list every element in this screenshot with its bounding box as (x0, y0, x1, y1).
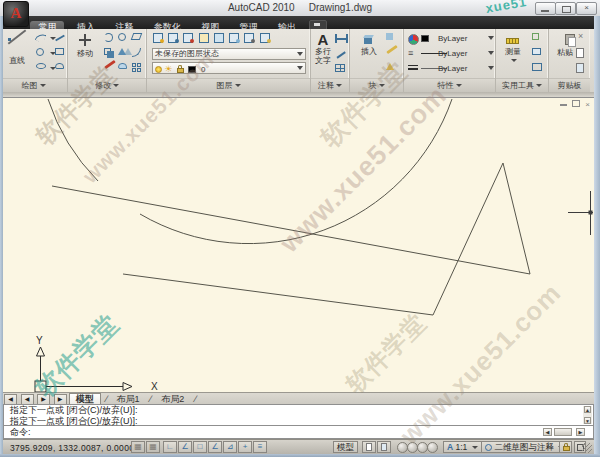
polyline-button[interactable] (55, 33, 66, 43)
edit-block-button[interactable] (386, 48, 397, 58)
ortho-toggle[interactable]: ∟ (163, 441, 177, 453)
rectangle-button[interactable] (55, 48, 66, 58)
application-menu-button[interactable]: A (3, 1, 29, 27)
line-button[interactable]: 直线 (2, 32, 32, 65)
toolbar-lock-button[interactable] (559, 441, 572, 453)
snap-toggle[interactable]: ▦ (131, 441, 145, 453)
layer-off-button[interactable] (243, 32, 255, 43)
autocad-window: AutoCAD 2010Drawing1.dwg × A 常用 插入 注释 参数… (0, 0, 600, 457)
hscroll-left-button[interactable]: ◀ (543, 428, 552, 436)
quick-calc-button[interactable] (532, 48, 543, 58)
doc-close-button[interactable]: × (585, 100, 590, 109)
showmotion-button[interactable] (427, 442, 438, 453)
dyn-toggle[interactable]: + (238, 441, 252, 453)
annotation-scale-button[interactable]: A 1:1 (443, 441, 482, 453)
scroll-down-button[interactable]: ▼ (584, 417, 591, 424)
panel-annotate-label[interactable]: 注释 (311, 78, 349, 92)
fillet-button[interactable] (132, 48, 143, 58)
layer-dropdown[interactable]: ☀ 0 (152, 62, 306, 74)
grid-toggle[interactable]: ▦ (146, 441, 160, 453)
quick-view-layouts-button[interactable] (362, 441, 376, 453)
tab-separator: / (103, 394, 109, 404)
layer-properties-button[interactable] (152, 32, 164, 43)
command-prompt[interactable]: 命令: (4, 426, 593, 438)
quick-view-drawings-button[interactable] (377, 441, 391, 453)
offset-button[interactable] (132, 33, 143, 43)
leader-button[interactable] (335, 49, 346, 59)
layer-prev-button[interactable] (182, 32, 194, 43)
window-frame-right[interactable] (594, 16, 600, 454)
lock-body-icon (563, 446, 570, 451)
ellipse-button[interactable] (36, 63, 47, 73)
ducs-toggle[interactable]: ⊿ (223, 441, 237, 453)
mirror-button[interactable] (118, 48, 129, 58)
doc-minimize-button[interactable] (560, 100, 567, 109)
lineweight-dropdown[interactable]: ByLayer (408, 63, 492, 74)
drawing-canvas[interactable]: Y X × (3, 97, 594, 393)
panel-properties-label[interactable]: 特性 (404, 78, 495, 92)
minimize-button[interactable] (535, 2, 556, 15)
hscroll-right-button[interactable]: ▶ (576, 428, 585, 436)
circle-button[interactable] (36, 48, 47, 58)
layer-freeze-button[interactable] (228, 32, 240, 43)
table-button[interactable] (335, 64, 346, 74)
block-attributes-button[interactable] (386, 63, 397, 73)
command-input-row[interactable]: 命令: ◀ ▶ (3, 426, 594, 439)
layer-isolate-button[interactable] (198, 32, 210, 43)
drawing-entity[interactable] (48, 99, 98, 181)
object-color-dropdown[interactable]: ByLayer (408, 33, 492, 44)
hscroll-thumb[interactable] (554, 428, 572, 436)
panel-clipboard-label[interactable]: 剪贴板 (549, 78, 590, 92)
arc-button[interactable] (36, 33, 47, 43)
osnap-toggle[interactable]: □ (193, 441, 207, 453)
rotate-button[interactable] (104, 33, 115, 43)
copy-button[interactable] (104, 48, 115, 58)
quick-select-button[interactable] (532, 33, 543, 43)
layer-state-dropdown[interactable]: 未保存的图层状态 (152, 48, 306, 60)
document-name: Drawing1.dwg (309, 2, 372, 13)
panel-draw-label[interactable]: 绘图 (0, 78, 67, 92)
dimension-button[interactable] (335, 34, 346, 44)
id-point-button[interactable] (532, 63, 543, 73)
title-bar[interactable]: AutoCAD 2010Drawing1.dwg × (0, 0, 600, 17)
lineweight-dropdown-icon (488, 66, 494, 70)
hatch-button[interactable] (55, 63, 66, 73)
maximize-button[interactable] (555, 2, 576, 15)
linetype-value: ByLayer (438, 49, 467, 58)
panel-modify-label[interactable]: 修改 (68, 78, 146, 92)
measure-button[interactable]: 测量 (498, 32, 528, 65)
resize-grip[interactable] (582, 443, 592, 453)
doc-restore-button[interactable] (572, 100, 580, 109)
copy-clip-button[interactable] (576, 48, 587, 58)
explode-button[interactable] (118, 63, 129, 73)
coordinates-readout: 3795.9209, 1332.0087, 0.0000 (10, 443, 134, 453)
layer-match-button[interactable] (167, 32, 179, 43)
layer-unisolate-button[interactable] (213, 32, 225, 43)
create-block-button[interactable] (386, 33, 397, 43)
command-history[interactable]: 指定下一点或 [闭合(C)/放弃(U)]: 指定下一点或 [闭合(C)/放弃(U… (3, 404, 594, 426)
panel-utilities-label[interactable]: 实用工具 (496, 78, 548, 92)
layer-lock-button[interactable] (259, 32, 271, 43)
trim-button[interactable] (118, 33, 129, 43)
array-button[interactable] (132, 63, 143, 73)
polar-toggle[interactable]: ∠ (178, 441, 192, 453)
cut-button[interactable]: × (576, 33, 587, 43)
model-space-view[interactable]: Y X (3, 98, 594, 393)
command-hscrollbar[interactable]: ◀ ▶ (543, 428, 585, 436)
linetype-dropdown[interactable]: ≡ ByLayer (408, 48, 492, 59)
match-properties-button[interactable] (576, 63, 587, 73)
drawing-entity[interactable] (140, 99, 452, 244)
insert-block-button[interactable]: 插入 (354, 32, 384, 56)
panel-block-label[interactable]: 块 (350, 78, 403, 92)
workspace-switcher[interactable]: 二维草图与注释 (481, 441, 568, 453)
mtext-button[interactable]: A 多行 文字 (311, 32, 335, 65)
move-button[interactable]: 移动 (70, 32, 100, 58)
erase-button[interactable] (104, 63, 115, 73)
panel-layers-label[interactable]: 图层 (147, 78, 310, 92)
command-scrollbar[interactable]: ▲ ▼ (583, 406, 592, 424)
close-button[interactable]: × (576, 2, 597, 15)
otrack-toggle[interactable]: ∠ (208, 441, 222, 453)
scroll-up-button[interactable]: ▲ (584, 406, 591, 413)
model-space-button[interactable]: 模型 (333, 441, 358, 453)
lwt-toggle[interactable]: ≡ (253, 441, 267, 453)
